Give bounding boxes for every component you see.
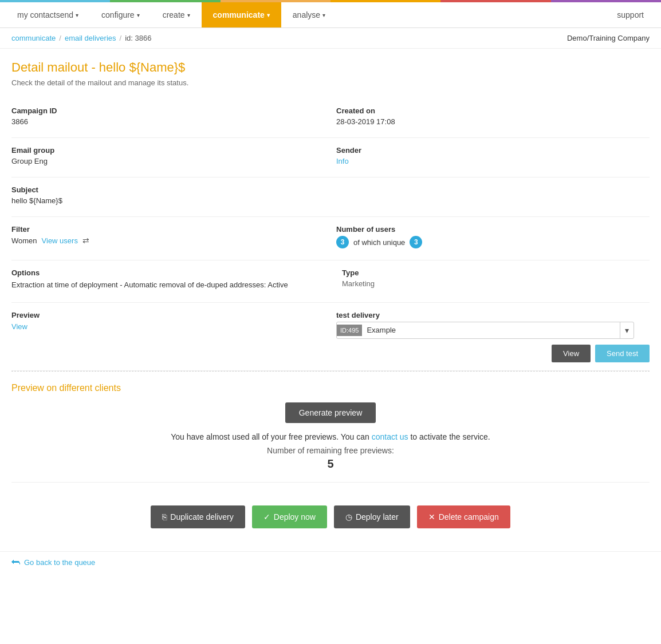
subject-value: hello ${Name}$ (11, 196, 650, 205)
breadcrumb-communicate[interactable]: communicate (11, 34, 56, 42)
campaign-id-label: Campaign ID (11, 106, 325, 115)
nav-item-create[interactable]: create ▾ (151, 2, 202, 27)
filter-section: Filter Women View users ⇄ Number of user… (11, 217, 650, 260)
select-text: Example (362, 322, 620, 338)
test-delivery-label: test delivery (336, 311, 650, 319)
preview-section: Preview View test delivery ID:495 Exampl… (11, 303, 650, 371)
preview-col: Preview View (11, 311, 325, 362)
email-group-col: Email group Group Eng (11, 146, 325, 169)
subject-section: Subject hello ${Name}$ (11, 177, 650, 217)
campaign-id-section: Campaign ID 3866 Created on 28-03-2019 1… (11, 98, 650, 138)
filter-label: Filter (11, 225, 325, 234)
send-test-button[interactable]: Send test (595, 345, 650, 362)
dropdown-arrow-icon[interactable]: ▾ (620, 322, 634, 338)
breadcrumb-current: id: 3866 (125, 34, 151, 42)
number-of-users-col: Number of users 3 of which unique 3 (325, 225, 650, 252)
options-col: Options Extraction at time of deployment… (11, 268, 331, 294)
go-back-link[interactable]: ⮪ Go back to the queue (11, 558, 650, 568)
type-label: Type (342, 268, 650, 277)
options-value: Extraction at time of deployment - Autom… (11, 279, 319, 291)
breadcrumb-separator-1: / (59, 34, 61, 42)
email-group-value: Group Eng (11, 157, 325, 165)
generate-preview-button[interactable]: Generate preview (285, 402, 376, 423)
deploy-later-button[interactable]: ◷ Deploy later (334, 505, 410, 528)
campaign-id-col: Campaign ID 3866 (11, 106, 325, 129)
test-delivery-buttons: View Send test (499, 345, 650, 362)
email-group-section: Email group Group Eng Sender Info (11, 138, 650, 177)
preview-clients-section: Preview on different clients Generate pr… (11, 371, 650, 482)
filter-col: Filter Women View users ⇄ (11, 225, 325, 252)
nav-item-my-contactsend[interactable]: my contactsend ▾ (6, 2, 90, 27)
chevron-down-icon: ▾ (76, 12, 78, 18)
arrow-left-icon: ⮪ (11, 558, 21, 568)
email-group-label: Email group (11, 146, 325, 155)
company-name: Demo/Training Company (567, 34, 650, 42)
main-content: Detail mailout - hello ${Name}$ Check th… (0, 49, 661, 551)
contact-us-link[interactable]: contact us (372, 432, 408, 441)
preview-clients-content: Generate preview You have almost used al… (11, 402, 650, 471)
filter-value: Women View users ⇄ (11, 236, 325, 245)
nav-item-communicate[interactable]: communicate ▾ (202, 2, 281, 27)
notice-text: You have almost used all of your free pr… (171, 432, 369, 441)
breadcrumb-email-deliveries[interactable]: email deliveries (65, 34, 116, 42)
duplicate-delivery-button[interactable]: ⎘ Duplicate delivery (151, 505, 245, 528)
nav-item-analyse[interactable]: analyse ▾ (281, 2, 337, 27)
bar-segment-4 (331, 0, 440, 2)
delete-campaign-button[interactable]: ✕ Delete campaign (417, 505, 510, 528)
sender-value: Info (336, 157, 650, 165)
preview-row: Preview View test delivery ID:495 Exampl… (11, 311, 650, 362)
bar-segment-5 (440, 0, 550, 2)
deploy-now-button[interactable]: ✓ Deploy now (252, 505, 327, 528)
options-label: Options (11, 268, 319, 277)
remaining-label: Number of remaining free previews: (11, 446, 650, 455)
check-circle-icon: ✓ (263, 512, 270, 521)
preview-notice: You have almost used all of your free pr… (11, 432, 650, 441)
copy-icon: ⎘ (162, 512, 167, 521)
view-button[interactable]: View (552, 345, 591, 362)
sender-col: Sender Info (325, 146, 650, 169)
remaining-count: 5 (11, 457, 650, 471)
users-count-badge: 3 (336, 236, 349, 248)
type-col: Type Marketing (331, 268, 650, 294)
exchange-icon: ⇄ (82, 236, 89, 245)
select-badge: ID:495 (337, 325, 362, 336)
page-subtitle: Check the detail of the mailout and mana… (11, 78, 650, 87)
nav-support-link[interactable]: support (605, 2, 655, 27)
test-delivery-select[interactable]: ID:495 Example ▾ (336, 322, 634, 339)
subject-col: Subject hello ${Name}$ (11, 185, 650, 208)
breadcrumb-separator-2: / (120, 34, 122, 42)
clock-icon: ◷ (345, 512, 352, 521)
action-buttons: ⎘ Duplicate delivery ✓ Deploy now ◷ Depl… (11, 482, 650, 540)
type-value: Marketing (342, 279, 650, 288)
breadcrumb-bar: communicate / email deliveries / id: 386… (0, 28, 661, 49)
preview-label: Preview (11, 311, 325, 319)
preview-clients-title: Preview on different clients (11, 383, 650, 393)
preview-view-link[interactable]: View (11, 322, 27, 331)
breadcrumb: communicate / email deliveries / id: 386… (11, 34, 151, 42)
subject-label: Subject (11, 185, 650, 194)
times-icon: ✕ (428, 512, 435, 521)
campaign-id-value: 3866 (11, 117, 325, 126)
main-nav: my contactsend ▾ configure ▾ create ▾ co… (0, 2, 661, 28)
chevron-down-icon: ▾ (267, 12, 270, 18)
view-users-link[interactable]: View users (42, 236, 78, 245)
created-on-label: Created on (336, 106, 650, 115)
nav-item-configure[interactable]: configure ▾ (90, 2, 151, 27)
created-on-col: Created on 28-03-2019 17:08 (325, 106, 650, 129)
number-of-users-label: Number of users (336, 225, 650, 234)
notice-suffix: to activate the service. (410, 432, 490, 441)
test-delivery-col: test delivery ID:495 Example ▾ View Send… (325, 311, 650, 362)
sender-label: Sender (336, 146, 650, 155)
created-on-value: 28-03-2019 17:08 (336, 117, 650, 126)
unique-count-badge: 3 (410, 236, 422, 248)
go-back-section: ⮪ Go back to the queue (0, 551, 661, 574)
users-value: 3 of which unique 3 (336, 236, 650, 248)
chevron-down-icon: ▾ (187, 12, 190, 18)
options-section: Options Extraction at time of deployment… (11, 260, 650, 303)
filter-text: Women (11, 236, 37, 245)
chevron-down-icon: ▾ (137, 12, 140, 18)
chevron-down-icon: ▾ (322, 12, 325, 18)
of-which-text: of which unique (353, 238, 405, 247)
page-title: Detail mailout - hello ${Name}$ (11, 60, 650, 75)
